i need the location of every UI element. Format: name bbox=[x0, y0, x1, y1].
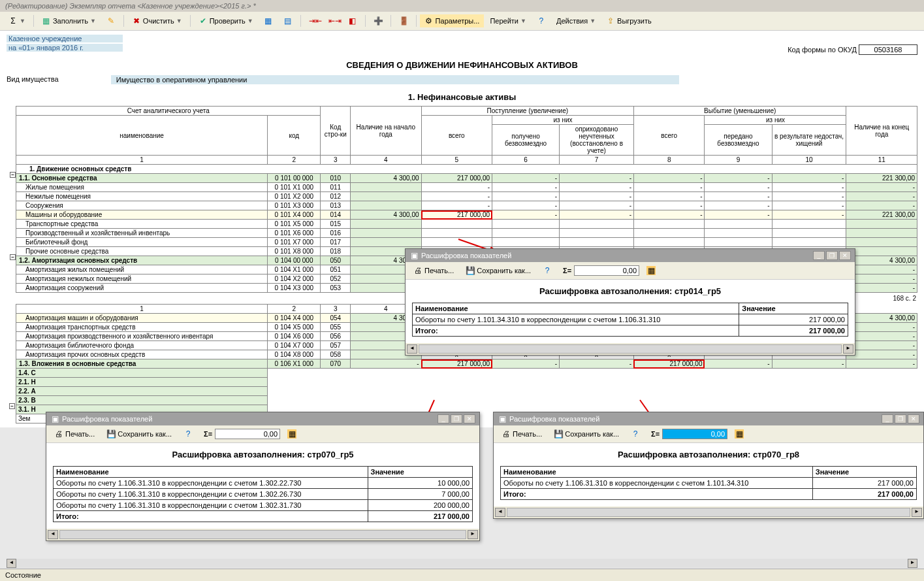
actions-button[interactable]: Действия▼ bbox=[552, 15, 600, 27]
main-horizontal-scrollbar[interactable]: ◄► bbox=[7, 559, 917, 568]
help-icon: ? bbox=[631, 429, 640, 439]
report-content: Казенное учреждение на «01» января 2016 … bbox=[0, 31, 924, 427]
export-button[interactable]: ⇪Выгрузить bbox=[601, 14, 656, 27]
popup-scrollbar[interactable]: ◄► bbox=[406, 343, 855, 355]
help-icon: ? bbox=[543, 266, 552, 275]
add-button[interactable]: ➕ bbox=[369, 14, 387, 27]
detail-row: Обороты по счету 1.101.34.310 в корреспо… bbox=[413, 314, 848, 325]
sigma-label: Σ= bbox=[204, 430, 212, 438]
okud-input[interactable] bbox=[859, 44, 917, 55]
detail-row: Обороты по счету 1.106.31.310 в корреспо… bbox=[54, 478, 473, 489]
expand-out-button[interactable]: ⇤⇥ bbox=[324, 14, 342, 27]
tree-toggle[interactable]: − bbox=[9, 403, 15, 409]
table-row[interactable]: Библиотечный фонд0 101 X7 000017 bbox=[16, 238, 917, 247]
table-row[interactable]: 1.4. С bbox=[16, 369, 917, 378]
minimize-button[interactable]: _ bbox=[882, 414, 893, 423]
detail-row: Обороты по счету 1.106.31.310 в корреспо… bbox=[54, 489, 473, 500]
close-button[interactable]: ✕ bbox=[908, 414, 919, 423]
sigma-input[interactable] bbox=[662, 429, 727, 439]
print-button[interactable]: 🖨Печать... bbox=[409, 264, 458, 277]
calculator-icon: ▦ bbox=[287, 429, 296, 439]
table-row[interactable]: Производственный и хозяйственный инвента… bbox=[16, 229, 917, 238]
minimize-button[interactable]: _ bbox=[813, 251, 825, 260]
sigma-input[interactable] bbox=[215, 429, 280, 439]
table-row[interactable]: 1. Движение основных средств bbox=[16, 165, 917, 174]
okud-label: Код формы по ОКУД bbox=[788, 46, 857, 54]
tool-button-1[interactable]: ▦ bbox=[259, 14, 278, 27]
col-inc-rest: оприходовано неучтенных (восстановлено в… bbox=[560, 125, 634, 156]
status-bar: Состояние bbox=[0, 569, 924, 581]
table-row[interactable]: 2.2. А bbox=[16, 387, 917, 396]
col-inc-total: всего bbox=[421, 116, 492, 156]
popup-detail-2[interactable]: ▣ Расшифровка показателей _ ❐ ✕ 🖨Печать.… bbox=[46, 412, 480, 541]
detail-table: НаименованиеЗначение Обороты по счету 1.… bbox=[500, 466, 917, 500]
table-row[interactable]: Жилые помещения0 101 X1 000011------- bbox=[16, 183, 917, 192]
popup-detail-1[interactable]: ▣ Расшифровка показателей _ ❐ ✕ 🖨Печать.… bbox=[405, 248, 855, 356]
tool-button-2[interactable]: ▤ bbox=[279, 14, 297, 27]
clear-button[interactable]: ✖Очистить▼ bbox=[127, 14, 187, 27]
help-button[interactable]: ? bbox=[179, 427, 197, 440]
calc-button[interactable]: ▦ bbox=[642, 264, 660, 277]
table-row[interactable]: 1.3. Вложения в основные средства0 106 X… bbox=[16, 359, 917, 369]
table-row[interactable]: 2.3. В bbox=[16, 396, 917, 405]
col-dec-loss: в результате недостач, хищений bbox=[772, 125, 846, 156]
window-icon: ▣ bbox=[498, 414, 507, 423]
section-title: 1. Нефинансовые активы bbox=[7, 92, 917, 102]
col-dec-total: всего bbox=[634, 116, 705, 156]
calc-button[interactable]: ▦ bbox=[730, 427, 748, 440]
sigma-dropdown-button[interactable]: Σ▼ bbox=[4, 14, 30, 27]
restore-button[interactable]: ❐ bbox=[826, 251, 838, 260]
report-date: на «01» января 2016 г. bbox=[7, 44, 123, 52]
window-icon: ▣ bbox=[409, 251, 419, 260]
minimize-button[interactable]: _ bbox=[438, 414, 449, 423]
popup-heading: Расшифровка автозаполнения: стр070_гр5 bbox=[53, 450, 473, 459]
print-button[interactable]: 🖨Печать... bbox=[50, 427, 99, 440]
col-line: Код стро-ки bbox=[321, 107, 351, 156]
calculator-icon: ▦ bbox=[646, 266, 656, 275]
tree-toggle[interactable]: − bbox=[10, 254, 16, 260]
sigma-label: Σ= bbox=[563, 267, 571, 274]
params-icon: ⚙ bbox=[424, 16, 434, 25]
save-as-button[interactable]: 💾Сохранить как... bbox=[549, 427, 624, 440]
detail-row: Обороты по счету 1.106.31.310 в корреспо… bbox=[54, 500, 473, 511]
clear-icon: ✖ bbox=[132, 16, 141, 25]
calc-button[interactable]: ▦ bbox=[283, 427, 301, 440]
col-inc-free: получено безвозмездно bbox=[492, 125, 560, 156]
table-row[interactable]: 2.1. Н bbox=[16, 378, 917, 387]
help-button[interactable]: ? bbox=[532, 14, 550, 27]
goto-button[interactable]: Перейти▼ bbox=[485, 15, 531, 27]
plus-icon: ➕ bbox=[374, 16, 383, 25]
restore-button[interactable]: ❐ bbox=[451, 414, 462, 423]
col-inc-group: Поступление (увеличение) bbox=[421, 107, 633, 116]
tree-toggle[interactable]: − bbox=[10, 172, 16, 178]
params-button[interactable]: ⚙Параметры... bbox=[420, 14, 485, 27]
calculator-icon: ▦ bbox=[735, 429, 744, 439]
popup-detail-3[interactable]: ▣ Расшифровка показателей _ ❐ ✕ 🖨Печать.… bbox=[493, 412, 924, 519]
save-as-button[interactable]: 💾Сохранить как... bbox=[461, 264, 535, 277]
close-button[interactable]: ✕ bbox=[839, 251, 851, 260]
sigma-input[interactable] bbox=[574, 265, 639, 276]
table-row[interactable]: Машины и оборудование0 101 X4 0000144 30… bbox=[16, 210, 917, 220]
check-button[interactable]: ✔Проверить▼ bbox=[194, 14, 258, 27]
popup-scrollbar[interactable]: ◄► bbox=[46, 529, 479, 540]
close-button[interactable]: ✕ bbox=[464, 414, 475, 423]
help-button[interactable]: ? bbox=[626, 427, 645, 440]
popup-title-text: Расшифровка показателей bbox=[62, 415, 152, 423]
col-inc-sub: из них bbox=[492, 116, 634, 125]
pencil-button[interactable]: ✎ bbox=[102, 14, 120, 27]
exit-button[interactable]: 🚪 bbox=[394, 14, 413, 27]
help-button[interactable]: ? bbox=[538, 264, 556, 277]
print-icon: 🖨 bbox=[413, 266, 422, 275]
table-row[interactable]: −1.1. Основные средства0 101 00 0000104 … bbox=[16, 174, 917, 183]
fill-button[interactable]: ▦Заполнить▼ bbox=[37, 14, 101, 27]
red-tool-button[interactable]: ◧ bbox=[343, 14, 362, 27]
sigma-icon: Σ bbox=[8, 16, 18, 25]
restore-button[interactable]: ❐ bbox=[895, 414, 906, 423]
popup-scrollbar[interactable]: ◄► bbox=[494, 506, 923, 518]
collapse-in-button[interactable]: ⇥⇤ bbox=[304, 14, 323, 27]
table-row[interactable]: Нежилые помещения0 101 X2 000012------- bbox=[16, 192, 917, 201]
table-row[interactable]: Сооружения0 101 X3 000013------- bbox=[16, 201, 917, 210]
table-row[interactable]: Транспортные средства0 101 X5 000015 bbox=[16, 220, 917, 229]
save-as-button[interactable]: 💾Сохранить как... bbox=[102, 427, 176, 440]
print-button[interactable]: 🖨Печать... bbox=[497, 427, 547, 440]
